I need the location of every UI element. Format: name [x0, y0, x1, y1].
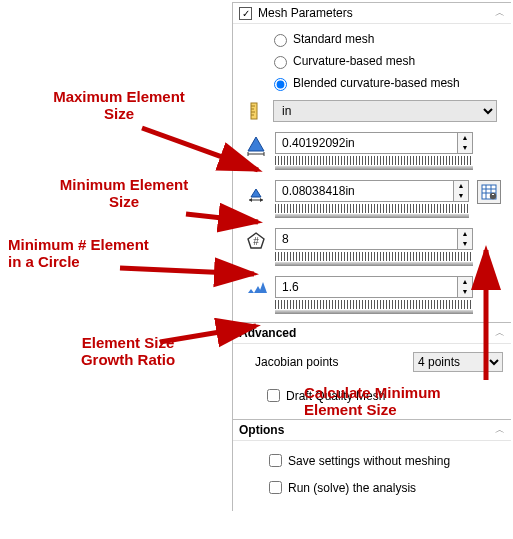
annotation-arrows — [0, 0, 513, 539]
svg-line-25 — [142, 128, 258, 170]
svg-line-27 — [120, 268, 254, 274]
svg-line-28 — [160, 326, 256, 342]
svg-line-26 — [186, 214, 258, 222]
